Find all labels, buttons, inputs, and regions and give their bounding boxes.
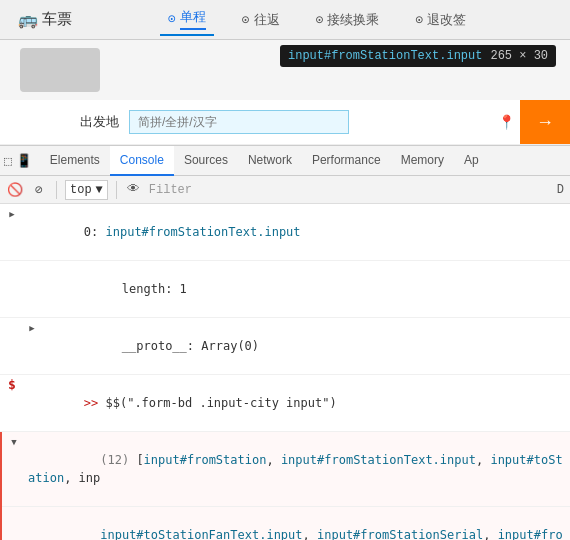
console-output-area: ▶ 0: input#fromStationText.input length:…	[0, 204, 570, 540]
text-input-ref: input#fromStationText.input	[105, 225, 300, 239]
eye-icon[interactable]: 👁	[125, 181, 143, 199]
refund-label: 退改签	[427, 11, 466, 29]
result-bracket-open: [	[136, 453, 143, 467]
round-trip-label: 往返	[254, 11, 280, 29]
result-header-content: (12) [input#fromStation, input#fromStati…	[26, 433, 566, 505]
tab-sources[interactable]: Sources	[174, 146, 238, 176]
line-gutter: ▶	[20, 319, 44, 337]
nav-refund[interactable]: ⊙ 退改签	[407, 4, 474, 36]
line-content: 0: input#fromStationText.input	[24, 205, 566, 259]
cont-comma: ,	[303, 528, 317, 540]
element-tooltip: input#fromStationText.input265 × 30	[280, 45, 556, 67]
transfer-label: 接续换乘	[327, 11, 379, 29]
nav-tabs: ⊙ 单程 ⊙ 往返 ⊙ 接续换乘 ⊙ 退改签	[160, 4, 474, 36]
console-line-proto: ▶ __proto__: Array(0)	[0, 318, 570, 375]
ticket-section: 🚌 车票	[10, 6, 80, 34]
banner-image	[20, 48, 100, 92]
devtools-mobile-icon[interactable]: 📱	[16, 153, 32, 169]
devtools-cursor-icon[interactable]: ⬚	[4, 153, 12, 169]
tooltip-class: .input	[439, 49, 482, 63]
result-continuation-content: input#toStationFanText.input, input#from…	[26, 508, 566, 540]
prompt-text: $$(".form-bd .input-city input")	[105, 396, 336, 410]
single-trip-label: 单程	[180, 8, 206, 30]
tab-sources-label: Sources	[184, 153, 228, 167]
tab-elements[interactable]: Elements	[40, 146, 110, 176]
context-dropdown-icon: ▼	[96, 183, 103, 197]
transfer-icon: ⊙	[316, 12, 324, 28]
length-text: length: 1	[122, 282, 187, 296]
toolbar-divider-2	[116, 181, 117, 199]
tab-more-label: Ap	[464, 153, 479, 167]
single-trip-icon: ⊙	[168, 11, 176, 27]
departure-label: 出发地	[80, 113, 119, 131]
prompt-arrow: $	[8, 376, 16, 394]
tooltip-size: 265 × 30	[490, 49, 548, 63]
result-comma: ,	[266, 453, 280, 467]
result-triangle[interactable]: ▼	[11, 433, 16, 451]
bus-icon: 🚌	[18, 10, 38, 30]
filter-icon[interactable]: ⊘	[30, 181, 48, 199]
result-continuation-line: input#toStationFanText.input, input#from…	[2, 507, 570, 540]
line-content-length: length: 1	[44, 262, 566, 316]
text-0: 0:	[84, 225, 106, 239]
tab-elements-label: Elements	[50, 153, 100, 167]
filter-label: Filter	[149, 183, 192, 197]
tab-memory[interactable]: Memory	[391, 146, 454, 176]
result-gutter: ▼	[2, 433, 26, 451]
toolbar-divider	[56, 181, 57, 199]
prompt-gutter: $	[0, 376, 24, 394]
departure-input[interactable]	[129, 110, 349, 134]
result-comma2: ,	[476, 453, 490, 467]
filter-d-label: D	[557, 183, 564, 197]
tab-more[interactable]: Ap	[454, 146, 489, 176]
nav-round-trip[interactable]: ⊙ 往返	[234, 4, 288, 36]
tab-performance[interactable]: Performance	[302, 146, 391, 176]
context-selector[interactable]: top ▼	[65, 180, 108, 200]
tab-network-label: Network	[248, 153, 292, 167]
cont-item-a: input#toStationFanText.input	[100, 528, 302, 540]
browser-top-nav: 🚌 车票 ⊙ 单程 ⊙ 往返 ⊙ 接续换乘 ⊙ 退改签	[0, 0, 570, 40]
devtools-tabs-bar: ⬚ 📱 Elements Console Sources Network Per…	[0, 146, 570, 176]
tab-performance-label: Performance	[312, 153, 381, 167]
result-count: (12)	[100, 453, 136, 467]
tab-console[interactable]: Console	[110, 146, 174, 176]
context-value: top	[70, 183, 92, 197]
devtools-panel: ⬚ 📱 Elements Console Sources Network Per…	[0, 145, 570, 540]
result-etc: , inp	[64, 471, 100, 485]
result-item-1: input#fromStationText.input	[281, 453, 476, 467]
console-line-prev-expand: ▶ 0: input#fromStationText.input	[0, 204, 570, 261]
proto-text: __proto__: Array(0)	[122, 339, 259, 353]
refund-icon: ⊙	[415, 12, 423, 28]
prompt-prefix: >>	[84, 396, 106, 410]
cont-item-b: input#fromStationSerial	[317, 528, 483, 540]
expand-triangle[interactable]: ▶	[9, 205, 14, 223]
clear-console-icon[interactable]: 🚫	[6, 181, 24, 199]
result-group: ▼ (12) [input#fromStation, input#fromSta…	[0, 432, 570, 540]
cont-comma2: ,	[483, 528, 497, 540]
line-gutter: ▶	[0, 205, 24, 223]
ticket-label: 车票	[42, 10, 72, 29]
console-line-length: length: 1	[0, 261, 570, 318]
nav-transfer[interactable]: ⊙ 接续换乘	[308, 4, 388, 36]
filter-area: Filter	[149, 183, 551, 197]
line-content-proto: __proto__: Array(0)	[44, 319, 566, 373]
result-item-0: input#fromStation	[144, 453, 267, 467]
search-button[interactable]: →	[520, 100, 570, 144]
tab-network[interactable]: Network	[238, 146, 302, 176]
tab-console-label: Console	[120, 153, 164, 167]
round-trip-icon: ⊙	[242, 12, 250, 28]
proto-triangle[interactable]: ▶	[29, 319, 34, 337]
prompt-content: >> $$(".form-bd .input-city input")	[24, 376, 566, 430]
tab-memory-label: Memory	[401, 153, 444, 167]
result-header-line: ▼ (12) [input#fromStation, input#fromSta…	[2, 432, 570, 507]
devtools-toolbar: 🚫 ⊘ top ▼ 👁 Filter D	[0, 176, 570, 204]
form-row: 出发地 📍 →	[0, 100, 570, 145]
console-prompt-line[interactable]: $ >> $$(".form-bd .input-city input")	[0, 375, 570, 432]
location-icon: 📍	[498, 114, 515, 131]
tooltip-element: input#fromStationText	[288, 49, 439, 63]
nav-single-trip[interactable]: ⊙ 单程	[160, 4, 214, 36]
